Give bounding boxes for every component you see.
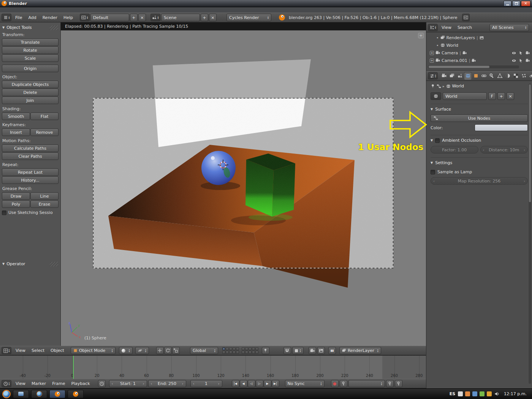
editor-type-button[interactable]: ▴▾ bbox=[428, 24, 438, 31]
visibility-toggle[interactable] bbox=[512, 59, 516, 63]
info-menu-render[interactable]: Render bbox=[40, 15, 60, 20]
3d-viewport[interactable]: Elapsed: 00:05.83 | Rendering | Path Tra… bbox=[61, 22, 426, 346]
input-indicator-tray-icon[interactable] bbox=[458, 391, 463, 396]
current-frame-field[interactable]: ‹1› bbox=[190, 380, 222, 387]
snap-toggle-button[interactable] bbox=[283, 347, 291, 354]
layer-button-alt-5[interactable] bbox=[255, 347, 258, 350]
frame-start-field[interactable]: ‹Start: 1› bbox=[109, 380, 147, 387]
properties-tab-particles[interactable] bbox=[520, 72, 527, 80]
properties-tab-modifiers[interactable] bbox=[488, 72, 496, 80]
scene-browse-button[interactable]: ▴▾ bbox=[150, 14, 160, 21]
layer-button-alt-9[interactable] bbox=[252, 351, 255, 354]
expand-toggle[interactable]: + bbox=[430, 51, 434, 55]
sample-as-lamp-checkbox[interactable] bbox=[431, 170, 435, 174]
properties-tab-physics[interactable] bbox=[528, 72, 532, 80]
delete-scene-button[interactable]: × bbox=[209, 14, 217, 21]
sync-mode-select[interactable]: No Sync▴▾ bbox=[285, 380, 325, 387]
timeline-menu-marker[interactable]: Marker bbox=[28, 381, 49, 386]
layer-button-10[interactable] bbox=[236, 351, 239, 354]
expand-toggle[interactable]: + bbox=[430, 59, 434, 63]
play-reverse-button[interactable]: ◁ bbox=[248, 380, 255, 387]
layer-button-alt-1[interactable] bbox=[242, 347, 245, 350]
maximize-button[interactable] bbox=[512, 1, 520, 6]
layer-button-alt-2[interactable] bbox=[245, 347, 248, 350]
browse-world-button[interactable] bbox=[431, 92, 441, 100]
properties-tab-object[interactable] bbox=[472, 72, 480, 80]
layer-button-alt-7[interactable] bbox=[245, 351, 248, 354]
screen-layout-browse-button[interactable]: ▴▾ bbox=[80, 14, 90, 21]
tool-button-line[interactable]: Line bbox=[30, 192, 59, 200]
outliner-row-camera-001[interactable]: +Camera.001| bbox=[426, 57, 532, 64]
layer-button-alt-8[interactable] bbox=[249, 351, 252, 354]
ambient-occlusion-panel-header[interactable]: ▼ Ambient Occlusion bbox=[431, 138, 528, 143]
properties-tab-scene[interactable] bbox=[456, 72, 464, 80]
tool-button-history[interactable]: History... bbox=[2, 176, 59, 184]
layer-button-6[interactable] bbox=[222, 351, 225, 354]
properties-tab-texture[interactable] bbox=[512, 72, 519, 80]
editor-type-button[interactable]: ▴▾ bbox=[2, 380, 11, 387]
map-resolution-slider[interactable]: ‹Map Resolution: 256› bbox=[431, 177, 528, 185]
display-settings-tray-icon[interactable] bbox=[472, 391, 477, 396]
firefox-launcher[interactable] bbox=[2, 390, 11, 398]
properties-tab-constraints[interactable] bbox=[480, 72, 488, 80]
world-name-field[interactable]: World bbox=[443, 92, 487, 100]
use-nodes-button[interactable]: Use Nodes bbox=[431, 114, 528, 122]
ao-distance-slider[interactable]: ‹Distance: 10m› bbox=[480, 146, 528, 154]
sample-as-lamp-row[interactable]: Sample as Lamp bbox=[431, 169, 528, 174]
properties-tab-render-layers[interactable] bbox=[448, 72, 456, 80]
tool-button-draw[interactable]: Draw bbox=[2, 192, 30, 200]
rotate-manipulator-button[interactable] bbox=[164, 347, 172, 354]
layer-button-5[interactable] bbox=[236, 347, 239, 350]
tool-button-join[interactable]: Join bbox=[2, 97, 59, 104]
delete-keyframe-button[interactable] bbox=[395, 380, 402, 387]
blender-render-window[interactable] bbox=[68, 390, 84, 398]
outliner-row-camera[interactable]: +Camera| bbox=[426, 49, 532, 57]
messenger-tray-icon[interactable] bbox=[465, 391, 470, 396]
add-scene-button[interactable]: + bbox=[201, 14, 208, 21]
unlink-world-button[interactable]: × bbox=[507, 92, 514, 100]
use-sketching-session-checkbox[interactable] bbox=[2, 211, 6, 215]
tool-button-repeat-last[interactable]: Repeat Last bbox=[2, 168, 59, 176]
pin-icon[interactable] bbox=[431, 84, 435, 89]
tool-button-insert[interactable]: Insert bbox=[2, 128, 30, 136]
layer-button-2[interactable] bbox=[226, 347, 229, 350]
layer-button-7[interactable] bbox=[226, 351, 229, 354]
tool-button-delete[interactable]: Delete bbox=[2, 89, 59, 96]
blender-window[interactable] bbox=[49, 390, 65, 398]
surface-panel-header[interactable]: ▼ Surface bbox=[431, 107, 528, 112]
viewport-menu-view[interactable]: View bbox=[13, 348, 28, 353]
next-keyframe-button[interactable]: ▶ bbox=[264, 380, 271, 387]
tool-button-smooth[interactable]: Smooth bbox=[2, 112, 30, 120]
jump-end-button[interactable]: ▶| bbox=[272, 380, 279, 387]
timeline-track[interactable]: -40-200204060801001201401601802002202402… bbox=[0, 355, 426, 379]
ao-factor-slider[interactable]: Factor: 1.00 bbox=[431, 146, 478, 154]
layer-button-4[interactable] bbox=[233, 347, 236, 350]
properties-tab-world[interactable] bbox=[464, 72, 472, 80]
info-menu-file[interactable]: File bbox=[12, 15, 25, 20]
layer-button-8[interactable] bbox=[229, 351, 232, 354]
layer-button-1[interactable] bbox=[222, 347, 225, 350]
insert-keyframe-button[interactable] bbox=[386, 380, 394, 387]
layer-button-alt-10[interactable] bbox=[255, 351, 258, 354]
jump-start-button[interactable]: |◀ bbox=[232, 380, 239, 387]
scene-name[interactable]: Scene bbox=[161, 14, 200, 21]
panel-grip-icon[interactable] bbox=[50, 262, 58, 266]
layer-button-9[interactable] bbox=[233, 351, 236, 354]
keying-set-key-button[interactable] bbox=[340, 380, 347, 387]
taskbar-clock[interactable]: 12:17 p.m. bbox=[504, 391, 527, 396]
opengl-render-button[interactable] bbox=[309, 347, 316, 354]
updates-tray-icon[interactable] bbox=[487, 391, 492, 396]
object-tools-panel-header[interactable]: ▼ Object Tools bbox=[2, 25, 58, 30]
volume-icon[interactable] bbox=[494, 391, 500, 396]
timeline-menu-playback[interactable]: Playback bbox=[68, 381, 93, 386]
outliner-row-world[interactable]: •World bbox=[426, 41, 532, 49]
tool-button-poly[interactable]: Poly bbox=[2, 200, 30, 208]
tool-button-origin[interactable]: Origin bbox=[2, 65, 59, 72]
operator-panel-header[interactable]: ▼ Operator bbox=[2, 261, 58, 266]
tool-button-remove[interactable]: Remove bbox=[30, 128, 59, 136]
scale-manipulator-button[interactable] bbox=[172, 347, 180, 354]
add-world-button[interactable]: + bbox=[497, 92, 505, 100]
language-indicator[interactable]: ES bbox=[450, 391, 455, 396]
outliner-menu-search[interactable]: Search bbox=[454, 25, 475, 30]
add-screen-layout-button[interactable]: + bbox=[130, 14, 138, 21]
